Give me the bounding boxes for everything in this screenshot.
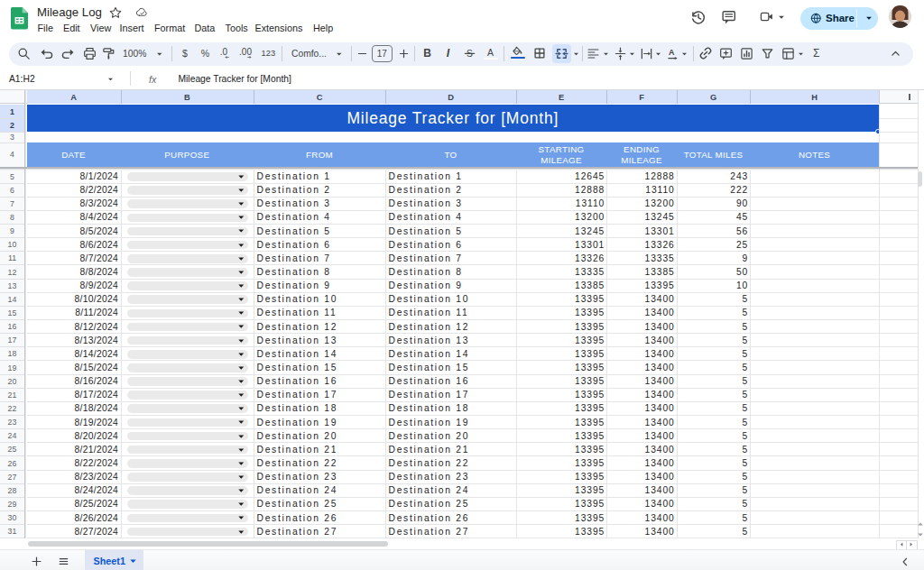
svg-text:A: A bbox=[669, 48, 675, 57]
